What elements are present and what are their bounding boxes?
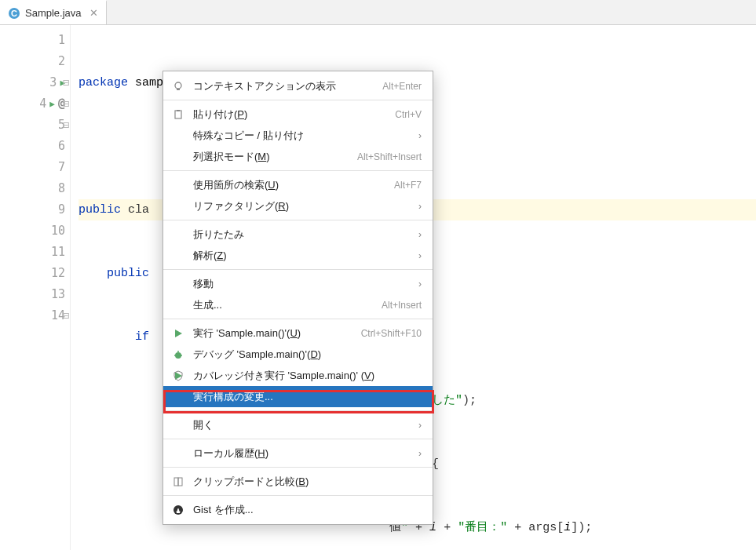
fold-toggle-icon[interactable]: ⊟	[61, 115, 71, 136]
menu-run[interactable]: 実行 'Sample.main()'(U) Ctrl+Shift+F10	[163, 322, 433, 344]
menu-separator	[163, 439, 433, 439]
menu-generate[interactable]: 生成... Alt+Insert	[163, 294, 433, 315]
line-gutter: 1 2 3▶ 4▶@ 5 6 7 8 9 10 11 12 13 14 ⊟ ⊟ …	[0, 25, 71, 550]
tab-filename: Sample.java	[25, 7, 82, 19]
menu-debug[interactable]: デバッグ 'Sample.main()'(D)	[163, 344, 433, 365]
menu-refactor[interactable]: リファクタリング(R) ›	[163, 195, 433, 217]
fold-toggle-icon[interactable]: ⊟	[61, 93, 71, 115]
run-gutter-icon[interactable]: ▶	[49, 93, 55, 115]
github-icon	[173, 504, 184, 515]
menu-modify-run-config[interactable]: 実行構成の変更...	[163, 386, 433, 407]
editor-tab-sample[interactable]: C Sample.java ✕	[0, 0, 107, 24]
svg-text:C: C	[11, 9, 17, 18]
submenu-arrow-icon: ›	[418, 201, 422, 212]
svg-rect-3	[177, 89, 180, 90]
bug-icon	[173, 349, 184, 360]
menu-separator	[163, 100, 433, 100]
fold-toggle-icon[interactable]: ⊟	[61, 72, 71, 93]
fold-toggle-icon[interactable]: ⊟	[61, 305, 71, 326]
menu-local-history[interactable]: ローカル履歴(H) ›	[163, 443, 433, 464]
svg-rect-5	[177, 110, 180, 111]
class-file-icon: C	[8, 7, 20, 20]
svg-rect-12	[174, 478, 178, 486]
menu-column-mode[interactable]: 列選択モード(M) Alt+Shift+Insert	[163, 146, 433, 167]
menu-create-gist[interactable]: Gist を作成...	[163, 499, 433, 520]
diff-icon	[173, 476, 184, 487]
submenu-arrow-icon: ›	[418, 448, 422, 459]
menu-coverage[interactable]: カバレッジ付き実行 'Sample.main()' (V)	[163, 365, 433, 386]
menu-separator	[163, 495, 433, 496]
menu-folding[interactable]: 折りたたみ ›	[163, 224, 433, 245]
menu-separator	[163, 410, 433, 411]
svg-point-2	[175, 82, 181, 89]
menu-separator	[163, 319, 433, 319]
run-icon	[173, 328, 184, 339]
menu-analyze[interactable]: 解析(Z) ›	[163, 245, 433, 266]
context-menu: コンテキストアクションの表示 Alt+Enter 貼り付け(P) Ctrl+V …	[163, 71, 433, 525]
menu-paste[interactable]: 貼り付け(P) Ctrl+V	[163, 104, 433, 125]
tab-bar: C Sample.java ✕	[0, 0, 756, 25]
menu-separator	[163, 220, 433, 220]
menu-goto[interactable]: 移動 ›	[163, 273, 433, 294]
menu-show-context-actions[interactable]: コンテキストアクションの表示 Alt+Enter	[163, 75, 433, 97]
menu-special-paste[interactable]: 特殊なコピー / 貼り付け ›	[163, 125, 433, 146]
bulb-icon	[173, 81, 184, 92]
svg-point-7	[175, 352, 181, 359]
submenu-arrow-icon: ›	[418, 229, 422, 240]
submenu-arrow-icon: ›	[418, 130, 422, 141]
svg-rect-13	[178, 478, 182, 486]
paste-icon	[173, 109, 184, 120]
submenu-arrow-icon: ›	[418, 420, 422, 431]
menu-find-usages[interactable]: 使用箇所の検索(U) Alt+F7	[163, 174, 433, 195]
menu-separator	[163, 170, 433, 171]
svg-marker-6	[175, 330, 182, 337]
coverage-icon	[173, 370, 184, 381]
menu-separator	[163, 269, 433, 270]
svg-rect-4	[175, 111, 181, 118]
menu-open[interactable]: 開く ›	[163, 414, 433, 435]
close-icon[interactable]: ✕	[89, 7, 98, 19]
menu-compare-clipboard[interactable]: クリップボードと比較(B)	[163, 471, 433, 492]
submenu-arrow-icon: ›	[418, 250, 422, 261]
submenu-arrow-icon: ›	[418, 279, 422, 290]
menu-separator	[163, 467, 433, 468]
